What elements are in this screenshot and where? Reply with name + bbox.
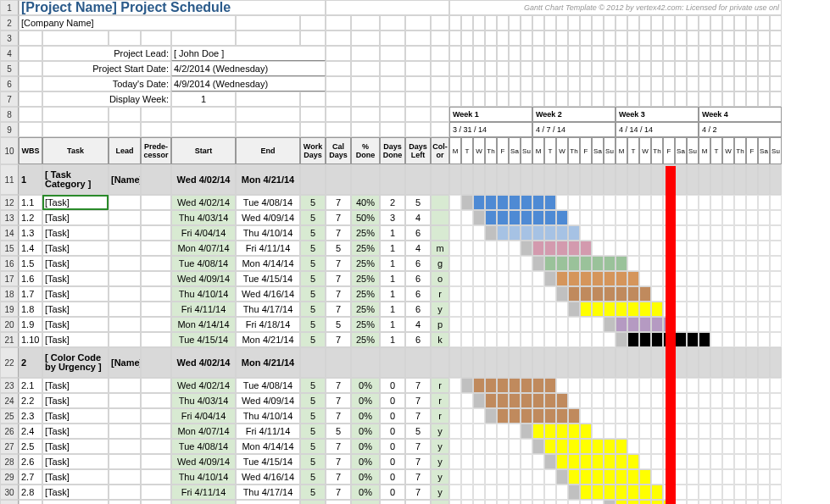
row-header[interactable]: 8 xyxy=(0,107,19,122)
daysdone-cell[interactable]: 1 xyxy=(380,302,405,317)
row-header[interactable]: 29 xyxy=(0,469,19,485)
row-header[interactable]: 26 xyxy=(0,424,19,439)
pctdone-cell[interactable]: 25% xyxy=(351,271,380,286)
daysdone-cell[interactable]: 1 xyxy=(380,256,405,271)
lead-cell[interactable] xyxy=(109,195,141,210)
color-cell[interactable]: r xyxy=(431,408,449,424)
row-header[interactable]: 17 xyxy=(0,271,19,286)
daysleft-cell[interactable]: 5 xyxy=(405,500,431,504)
lead-cell[interactable] xyxy=(109,408,141,424)
end-cell[interactable]: Wed 4/16/14 xyxy=(236,469,300,485)
row-header[interactable]: 21 xyxy=(0,332,19,347)
pred-cell[interactable] xyxy=(141,332,171,347)
pred-cell[interactable] xyxy=(141,393,171,408)
daysleft-cell[interactable]: 7 xyxy=(405,439,431,454)
wbs-cell[interactable]: 2.5 xyxy=(19,439,42,454)
lead-cell[interactable] xyxy=(109,241,141,256)
start-cell[interactable]: Tue 4/08/14 xyxy=(171,256,236,271)
caldays-cell[interactable]: 7 xyxy=(326,195,351,210)
daysleft-cell[interactable]: 4 xyxy=(405,241,431,256)
wbs-cell[interactable]: 1.9 xyxy=(19,317,42,332)
section-lead[interactable]: [Name] xyxy=(109,164,141,195)
row-header[interactable]: 16 xyxy=(0,256,19,271)
pred-cell[interactable] xyxy=(141,500,171,504)
daysdone-cell[interactable]: 0 xyxy=(380,454,405,469)
color-cell[interactable]: o xyxy=(431,271,449,286)
lead-cell[interactable] xyxy=(109,317,141,332)
daysdone-cell[interactable]: 0 xyxy=(380,439,405,454)
start-cell[interactable]: Mon 4/07/14 xyxy=(171,241,236,256)
row-header[interactable]: 14 xyxy=(0,225,19,241)
pctdone-cell[interactable]: 0% xyxy=(351,378,380,393)
lead-cell[interactable] xyxy=(109,439,141,454)
wbs-cell[interactable]: 1.2 xyxy=(19,210,42,225)
lead-cell[interactable] xyxy=(109,378,141,393)
end-cell[interactable]: Fri 4/18/14 xyxy=(236,317,300,332)
wbs-cell[interactable]: 2.1 xyxy=(19,378,42,393)
lead-cell[interactable] xyxy=(109,424,141,439)
wbs-cell[interactable]: 1.1 xyxy=(19,195,42,210)
start-cell[interactable]: Thu 4/03/14 xyxy=(171,393,236,408)
pred-cell[interactable] xyxy=(141,302,171,317)
lead-cell[interactable] xyxy=(109,256,141,271)
pctdone-cell[interactable]: 25% xyxy=(351,317,380,332)
row-header[interactable]: 28 xyxy=(0,454,19,469)
color-cell[interactable] xyxy=(431,225,449,241)
workdays-cell[interactable]: 5 xyxy=(300,302,326,317)
color-cell[interactable]: y xyxy=(431,469,449,485)
section-wbs[interactable]: 2 xyxy=(19,347,42,378)
daysdone-cell[interactable]: 0 xyxy=(380,469,405,485)
color-cell[interactable]: y xyxy=(431,439,449,454)
pred-cell[interactable] xyxy=(141,225,171,241)
end-cell[interactable]: Tue 4/08/14 xyxy=(236,378,300,393)
lead-cell[interactable] xyxy=(109,302,141,317)
pctdone-cell[interactable]: 0% xyxy=(351,424,380,439)
end-cell[interactable]: Mon 4/14/14 xyxy=(236,256,300,271)
daysdone-cell[interactable]: 3 xyxy=(380,210,405,225)
wbs-cell[interactable]: 2.8 xyxy=(19,485,42,500)
daysleft-cell[interactable]: 7 xyxy=(405,485,431,500)
task-cell[interactable]: [Task] xyxy=(42,469,109,485)
caldays-cell[interactable]: 7 xyxy=(326,210,351,225)
end-cell[interactable]: Fri 4/18/14 xyxy=(236,500,300,504)
end-cell[interactable]: Tue 4/15/14 xyxy=(236,454,300,469)
row-header[interactable]: 27 xyxy=(0,439,19,454)
workdays-cell[interactable]: 5 xyxy=(300,195,326,210)
daysdone-cell[interactable]: 1 xyxy=(380,317,405,332)
end-cell[interactable]: Thu 4/17/14 xyxy=(236,485,300,500)
lead-cell[interactable] xyxy=(109,393,141,408)
info-value[interactable]: [ John Doe ] xyxy=(171,46,326,61)
workdays-cell[interactable]: 5 xyxy=(300,485,326,500)
caldays-cell[interactable]: 7 xyxy=(326,485,351,500)
task-cell[interactable]: [Task] xyxy=(42,271,109,286)
caldays-cell[interactable]: 7 xyxy=(326,332,351,347)
lead-cell[interactable] xyxy=(109,500,141,504)
color-cell[interactable]: y xyxy=(431,454,449,469)
start-cell[interactable]: Wed 4/02/14 xyxy=(171,378,236,393)
start-cell[interactable]: Tue 4/08/14 xyxy=(171,439,236,454)
pred-cell[interactable] xyxy=(141,271,171,286)
caldays-cell[interactable]: 7 xyxy=(326,454,351,469)
workdays-cell[interactable]: 5 xyxy=(300,225,326,241)
color-cell[interactable] xyxy=(431,195,449,210)
start-cell[interactable]: Tue 4/15/14 xyxy=(171,332,236,347)
caldays-cell[interactable]: 7 xyxy=(326,302,351,317)
section-task[interactable]: [ Color Code by Urgency ] xyxy=(42,347,109,378)
pred-cell[interactable] xyxy=(141,210,171,225)
row-header[interactable]: 11 xyxy=(0,164,19,195)
daysleft-cell[interactable]: 7 xyxy=(405,408,431,424)
task-cell[interactable]: [Task] xyxy=(42,195,109,210)
task-cell[interactable]: [Task] xyxy=(42,485,109,500)
wbs-cell[interactable]: 2.9 xyxy=(19,500,42,504)
daysleft-cell[interactable]: 4 xyxy=(405,317,431,332)
daysdone-cell[interactable]: 0 xyxy=(380,485,405,500)
start-cell[interactable]: Thu 4/10/14 xyxy=(171,286,236,302)
daysleft-cell[interactable]: 7 xyxy=(405,469,431,485)
start-cell[interactable]: Mon 4/14/14 xyxy=(171,317,236,332)
pred-cell[interactable] xyxy=(141,195,171,210)
color-cell[interactable]: r xyxy=(431,393,449,408)
section-end[interactable]: Mon 4/21/14 xyxy=(236,347,300,378)
start-cell[interactable]: Wed 4/09/14 xyxy=(171,454,236,469)
daysdone-cell[interactable]: 0 xyxy=(380,378,405,393)
pctdone-cell[interactable]: 25% xyxy=(351,302,380,317)
